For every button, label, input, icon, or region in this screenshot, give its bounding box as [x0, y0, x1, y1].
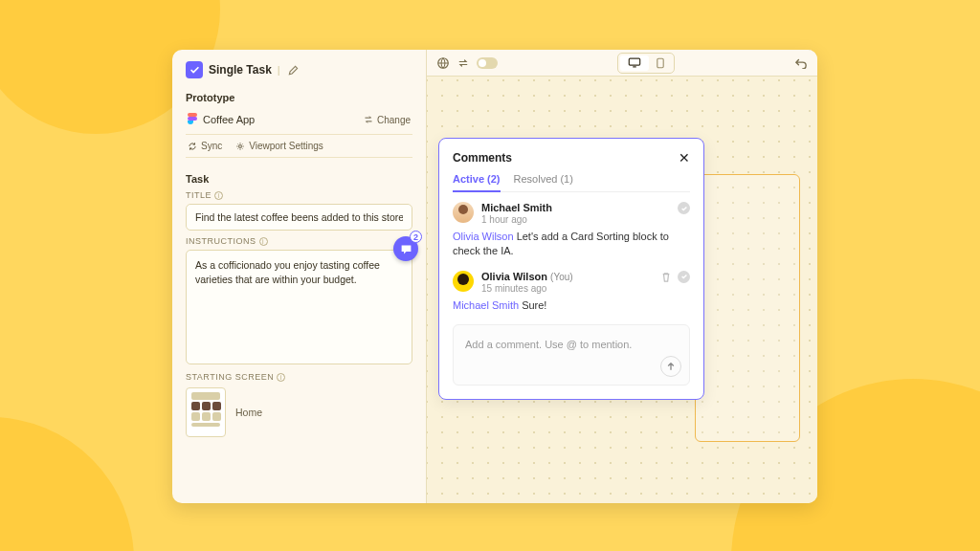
- check-icon: [186, 61, 203, 78]
- viewport-settings-button[interactable]: Viewport Settings: [235, 141, 323, 151]
- avatar: [453, 271, 474, 292]
- canvas[interactable]: Comments ✕ Active (2) Resolved (1) Micha…: [427, 50, 817, 503]
- screen-thumbnail: [186, 387, 226, 437]
- resolve-icon[interactable]: [678, 202, 690, 214]
- task-title-input[interactable]: [186, 204, 412, 231]
- toggle-switch[interactable]: [477, 57, 498, 69]
- info-icon[interactable]: i: [259, 237, 268, 246]
- swap-icon[interactable]: [457, 57, 469, 69]
- delete-icon[interactable]: [659, 271, 672, 283]
- edit-icon[interactable]: [288, 65, 299, 76]
- tab-resolved[interactable]: Resolved (1): [514, 173, 573, 191]
- undo-icon[interactable]: [794, 57, 808, 69]
- prototype-name: Coffee App: [203, 114, 255, 125]
- canvas-toolbar: [427, 50, 817, 77]
- canvas-frame[interactable]: [695, 174, 800, 442]
- comments-title: Comments: [453, 151, 512, 165]
- task-section-label: Task: [186, 173, 412, 185]
- comment-item: Olivia Wilson (You) 15 minutes ago Micha…: [453, 271, 690, 313]
- desktop-view-button[interactable]: [620, 55, 649, 71]
- svg-point-0: [239, 144, 242, 147]
- instructions-label: INSTRUCTIONS i: [186, 236, 412, 246]
- mention[interactable]: Olivia Wilson: [453, 231, 514, 242]
- add-comment-placeholder: Add a comment. Use @ to mention.: [465, 339, 632, 350]
- sync-button[interactable]: Sync: [188, 141, 222, 151]
- info-icon[interactable]: i: [277, 373, 285, 382]
- change-label: Change: [377, 115, 411, 125]
- svg-rect-3: [657, 58, 663, 68]
- change-button[interactable]: Change: [364, 115, 411, 125]
- instructions-input[interactable]: [186, 250, 412, 364]
- task-header: Single Task |: [186, 61, 412, 78]
- starting-screen-picker[interactable]: Home: [186, 387, 412, 437]
- title-label: TITLE i: [186, 190, 412, 200]
- sidebar: Single Task | Prototype Coffee App Chang…: [172, 50, 427, 503]
- starting-screen-label: STARTING SCREEN i: [186, 372, 412, 382]
- starting-screen-name: Home: [235, 407, 262, 418]
- tab-active[interactable]: Active (2): [453, 173, 501, 192]
- app-window: Single Task | Prototype Coffee App Chang…: [172, 50, 817, 503]
- comment-item: Michael Smith 1 hour ago Olivia Wilson L…: [453, 202, 690, 259]
- mention[interactable]: Michael Smith: [453, 299, 519, 311]
- resolve-icon[interactable]: [678, 271, 690, 283]
- comments-float-button[interactable]: 2: [393, 236, 418, 261]
- svg-rect-2: [629, 58, 639, 65]
- prototype-section-label: Prototype: [186, 92, 412, 103]
- globe-icon[interactable]: [436, 56, 450, 70]
- close-icon[interactable]: ✕: [679, 150, 690, 165]
- mobile-view-button[interactable]: [649, 55, 672, 71]
- send-icon[interactable]: [660, 356, 681, 377]
- figma-icon: [188, 113, 197, 126]
- comments-panel: Comments ✕ Active (2) Resolved (1) Micha…: [438, 138, 704, 400]
- comment-count-badge: 2: [410, 231, 422, 243]
- page-title: Single Task: [209, 63, 272, 77]
- avatar: [453, 202, 474, 223]
- info-icon[interactable]: i: [214, 191, 223, 200]
- add-comment-input[interactable]: Add a comment. Use @ to mention.: [453, 324, 690, 386]
